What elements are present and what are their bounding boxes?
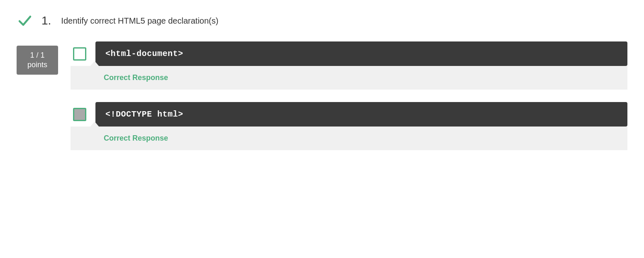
main-content: 1 / 1 points <html-document> Correct Res… (17, 41, 627, 154)
question-text: Identify correct HTML5 page declaration(… (61, 16, 218, 26)
code-text-1: <html-document> (105, 49, 183, 58)
question-number: 1. (41, 14, 51, 27)
correct-response-label-2: Correct Response (104, 134, 168, 143)
correct-response-area-1: Correct Response (71, 66, 627, 90)
question-container: 1. Identify correct HTML5 page declarati… (17, 12, 627, 154)
checkbox-wrapper-2[interactable] (71, 105, 89, 124)
checkbox-1[interactable] (73, 47, 86, 61)
checkbox-wrapper-1[interactable] (71, 45, 89, 63)
answer-block-2: <!DOCTYPE html> Correct Response (71, 102, 627, 150)
code-box-1: <html-document> (95, 41, 627, 66)
correct-response-label-1: Correct Response (104, 73, 168, 82)
answer-row-1: <html-document> (71, 41, 627, 66)
correct-response-area-2: Correct Response (71, 127, 627, 150)
answer-block-1: <html-document> Correct Response (71, 41, 627, 90)
checkbox-2[interactable] (73, 108, 86, 121)
points-label: points (27, 60, 47, 70)
question-header: 1. Identify correct HTML5 page declarati… (17, 12, 627, 29)
answers-section: <html-document> Correct Response <!DOCTY… (71, 41, 627, 154)
code-text-2: <!DOCTYPE html> (105, 110, 183, 119)
points-box: 1 / 1 points (17, 46, 58, 75)
code-box-2: <!DOCTYPE html> (95, 102, 627, 127)
correct-icon (17, 12, 33, 29)
answer-row-2: <!DOCTYPE html> (71, 102, 627, 127)
points-value: 1 / 1 (30, 51, 44, 60)
